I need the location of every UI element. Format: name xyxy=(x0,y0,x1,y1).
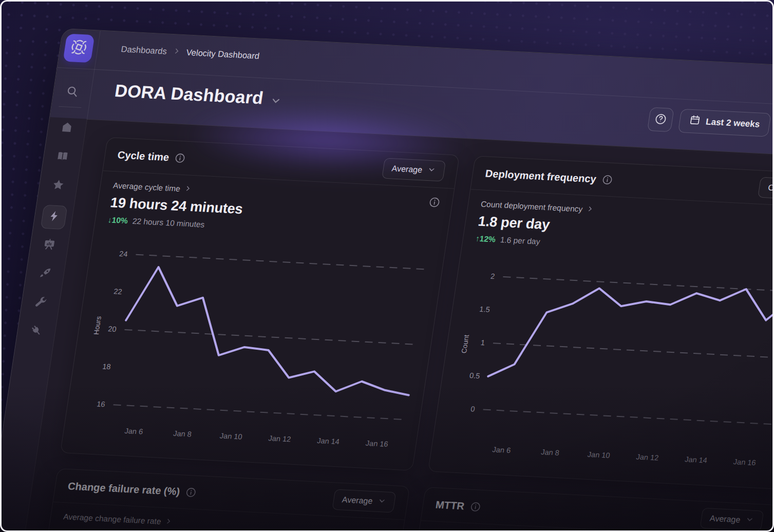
delta-down-badge: ↓10% xyxy=(107,215,128,225)
change-failure-rate-title: Change failure rate (%) xyxy=(67,480,197,499)
screen-background: Dashboards Velocity Dashboard DORA Dashb… xyxy=(0,0,774,532)
deployment-frequency-title: Deployment frequency xyxy=(484,167,613,186)
svg-text:16: 16 xyxy=(96,400,106,409)
cycle-time-card: Cycle time Average Average cycle xyxy=(60,137,460,471)
presentation-chart-icon[interactable] xyxy=(42,238,56,251)
svg-text:Jan 10: Jan 10 xyxy=(219,431,243,441)
svg-text:Jan 16: Jan 16 xyxy=(365,439,389,448)
svg-text:Jan 14: Jan 14 xyxy=(684,455,708,464)
date-range-label: Last 2 weeks xyxy=(705,117,761,129)
home-icon[interactable] xyxy=(60,121,74,134)
chevron-right-icon xyxy=(172,47,181,57)
deployment-frequency-body: Count deployment frequency 1.8 per day ↑… xyxy=(430,189,774,476)
svg-text:Jan 6: Jan 6 xyxy=(124,427,144,436)
rocket-icon[interactable] xyxy=(38,267,52,279)
deployment-frequency-card: Deployment frequency Count Count xyxy=(428,156,774,489)
info-icon[interactable] xyxy=(470,501,481,511)
chevron-right-icon xyxy=(183,184,192,194)
svg-text:20: 20 xyxy=(107,325,117,333)
svg-text:1: 1 xyxy=(480,338,485,347)
svg-text:Jan 14: Jan 14 xyxy=(316,436,340,446)
calendar-icon xyxy=(688,115,701,128)
port-logo-icon xyxy=(68,37,89,59)
svg-text:Jan 8: Jan 8 xyxy=(540,448,560,457)
previous-value: 1.6 per day xyxy=(500,235,541,246)
svg-text:Count: Count xyxy=(460,334,470,353)
svg-text:0.5: 0.5 xyxy=(469,371,481,380)
change-failure-aggregation-dropdown[interactable]: Average xyxy=(332,489,396,512)
book-icon[interactable] xyxy=(55,149,70,162)
deployment-frequency-chart: 00.511.52CountJan 6Jan 8Jan 10Jan 12Jan … xyxy=(443,250,774,470)
date-range-button[interactable]: Last 2 weeks xyxy=(678,109,771,137)
question-mark-icon xyxy=(653,112,668,127)
wrench-icon[interactable] xyxy=(34,295,48,308)
dashboard-grid: Cycle time Average Average cycle xyxy=(17,137,774,532)
chevron-down-icon xyxy=(427,165,437,176)
previous-value: 22 hours 10 minutes xyxy=(132,217,205,230)
search-icon[interactable] xyxy=(65,85,80,98)
deployment-aggregation-dropdown[interactable]: Count xyxy=(758,177,774,200)
svg-text:Jan 16: Jan 16 xyxy=(733,458,757,467)
cycle-aggregation-dropdown[interactable]: Average xyxy=(382,158,446,181)
cycle-time-body: Average cycle time 19 hours 24 minutes ↓… xyxy=(63,171,454,458)
info-icon[interactable] xyxy=(185,487,197,497)
sidebar-item-active[interactable] xyxy=(41,205,68,230)
svg-text:1.5: 1.5 xyxy=(479,305,490,314)
chevron-right-icon xyxy=(164,517,173,527)
mttr-title: MTTR xyxy=(435,499,481,512)
svg-text:Hours: Hours xyxy=(92,316,103,335)
app-window: Dashboards Velocity Dashboard DORA Dashb… xyxy=(0,28,774,532)
delta-up-badge: ↑12% xyxy=(475,234,496,244)
info-icon[interactable] xyxy=(601,175,613,185)
svg-text:2: 2 xyxy=(490,272,495,280)
help-button[interactable] xyxy=(647,107,674,132)
star-icon[interactable] xyxy=(51,178,66,191)
sidebar-divider xyxy=(59,106,81,108)
info-icon[interactable] xyxy=(175,153,186,163)
svg-text:18: 18 xyxy=(102,363,111,371)
cycle-time-chart: 1618202224HoursJan 6Jan 8Jan 10Jan 12Jan… xyxy=(75,231,433,451)
mttr-aggregation-dropdown[interactable]: Average xyxy=(700,508,764,531)
svg-text:22: 22 xyxy=(113,287,123,296)
chevron-down-icon xyxy=(745,515,754,526)
change-failure-rate-card: Change failure rate (%) Average xyxy=(17,468,410,532)
cycle-time-title: Cycle time xyxy=(117,149,186,164)
mttr-card-header: MTTR Average xyxy=(421,487,774,532)
svg-text:Jan 12: Jan 12 xyxy=(636,453,659,462)
chevron-right-icon xyxy=(586,205,594,215)
svg-text:Jan 8: Jan 8 xyxy=(173,429,192,439)
bolt-icon xyxy=(47,210,61,224)
app-logo[interactable] xyxy=(63,34,95,63)
mttr-card: MTTR Average xyxy=(385,487,774,532)
svg-text:Jan 6: Jan 6 xyxy=(492,445,512,454)
svg-text:0: 0 xyxy=(470,405,475,413)
svg-text:Jan 12: Jan 12 xyxy=(268,434,292,443)
plug-icon[interactable] xyxy=(29,324,44,337)
info-icon[interactable] xyxy=(429,197,441,207)
svg-text:Jan 10: Jan 10 xyxy=(587,450,611,460)
chevron-down-icon xyxy=(377,497,387,507)
svg-text:24: 24 xyxy=(119,250,128,258)
